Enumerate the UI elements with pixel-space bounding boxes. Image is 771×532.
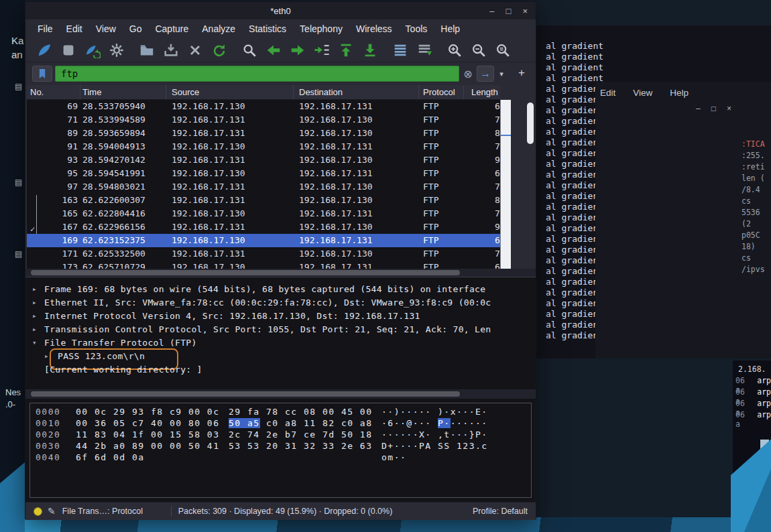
- packet-row-167[interactable]: 16762.622966156192.168.17.131192.168.17.…: [27, 220, 500, 234]
- collapsed-expander-icon[interactable]: ▸: [44, 350, 49, 363]
- column-header-protocol[interactable]: Protocol: [419, 85, 464, 99]
- terminal-line: al gradient: [534, 41, 771, 52]
- cell-src: 192.168.17.130: [166, 100, 294, 113]
- scrollbar-handle[interactable]: [31, 270, 460, 275]
- menu-wireless[interactable]: Wireless: [349, 23, 399, 34]
- menu-go[interactable]: Go: [123, 23, 149, 34]
- back-minimize-button[interactable]: –: [696, 104, 701, 113]
- filter-bookmark-button[interactable]: [32, 66, 52, 82]
- cell-no: 169: [27, 234, 80, 247]
- detail-ip[interactable]: ▸Internet Protocol Version 4, Src: 192.1…: [25, 310, 536, 323]
- menu-view[interactable]: View: [89, 23, 123, 34]
- expert-info-icon[interactable]: [34, 507, 42, 516]
- back-menu-help[interactable]: Help: [670, 88, 689, 98]
- profile-status[interactable]: Profile: Default: [473, 507, 528, 516]
- menu-telephony[interactable]: Telephony: [293, 23, 349, 34]
- menu-tools[interactable]: Tools: [399, 23, 434, 34]
- expanded-expander-icon[interactable]: ▾: [32, 336, 37, 350]
- reload-icon[interactable]: [210, 41, 229, 60]
- filter-apply-button[interactable]: →: [477, 66, 494, 82]
- filter-clear-icon[interactable]: ⊗: [462, 68, 474, 80]
- maximize-button[interactable]: □: [506, 6, 512, 16]
- capture-start-icon[interactable]: [35, 41, 54, 60]
- go-to-packet-icon[interactable]: [312, 41, 331, 60]
- zoom-in-icon[interactable]: [445, 41, 464, 60]
- detail-ftp[interactable]: ▾File Transfer Protocol (FTP): [25, 336, 536, 350]
- back-menu-edit[interactable]: Edit: [600, 88, 615, 98]
- minimize-button[interactable]: –: [489, 6, 494, 16]
- filter-dropdown-icon[interactable]: ▾: [497, 70, 506, 78]
- column-header-length[interactable]: Length: [464, 85, 500, 99]
- packet-row-89[interactable]: 8928.593659894192.168.17.131192.168.17.1…: [27, 127, 500, 140]
- filter-add-button[interactable]: +: [514, 66, 529, 82]
- detail-ethernet[interactable]: ▸Ethernet II, Src: VMware_fa:78:cc (00:0…: [25, 296, 536, 310]
- packet-row-169[interactable]: 16962.623152375192.168.17.130192.168.17.…: [27, 234, 500, 247]
- title-bar[interactable]: *eth0 – □ ×: [25, 2, 536, 19]
- desktop-icon-glyph: ▤: [15, 178, 22, 187]
- collapsed-expander-icon[interactable]: ▸: [32, 310, 37, 323]
- packet-row-163[interactable]: 16362.622600307192.168.17.131192.168.17.…: [27, 194, 500, 207]
- column-header-source[interactable]: Source: [166, 85, 294, 99]
- save-file-icon[interactable]: [162, 41, 180, 60]
- packet-row-69[interactable]: 6928.533705940192.168.17.130192.168.17.1…: [27, 100, 500, 113]
- menu-capture[interactable]: Capture: [148, 23, 195, 34]
- collapsed-expander-icon[interactable]: ▸: [32, 323, 37, 336]
- background-window[interactable]: EditViewHelp –□× :TICA:255.:retilen (/8.…: [595, 82, 771, 358]
- column-header-time[interactable]: Time: [80, 85, 166, 99]
- capture-comment-icon[interactable]: ✎: [48, 506, 56, 517]
- column-header-no[interactable]: No.: [27, 85, 80, 99]
- details-hscrollbar[interactable]: [25, 389, 536, 399]
- packet-row-71[interactable]: 7128.533994589192.168.17.131192.168.17.1…: [27, 113, 500, 127]
- find-packet-icon[interactable]: [240, 41, 259, 60]
- close-button[interactable]: ×: [522, 6, 528, 16]
- detail-text: File Transfer Protocol (FTP): [44, 338, 197, 348]
- hex-row[interactable]: 003044 2b a0 89 00 00 50 4153 53 20 31 3…: [36, 440, 531, 452]
- menu-statistics[interactable]: Statistics: [242, 23, 293, 34]
- packet-row-91[interactable]: 9128.594004913192.168.17.130192.168.17.1…: [27, 140, 500, 153]
- packet-list-hscrollbar[interactable]: [25, 269, 536, 277]
- close-file-icon[interactable]: [186, 41, 204, 60]
- capture-stop-icon[interactable]: [59, 41, 78, 60]
- collapsed-expander-icon[interactable]: ▸: [32, 296, 37, 310]
- go-back-icon[interactable]: [264, 41, 283, 60]
- detail-ftp-cwd[interactable]: [Current working directory: ]: [25, 363, 536, 377]
- filter-input[interactable]: [55, 66, 459, 82]
- zoom-out-icon[interactable]: [469, 41, 488, 60]
- packet-row-165[interactable]: 16562.622804416192.168.17.130192.168.17.…: [27, 207, 500, 220]
- scrollbar-handle[interactable]: [31, 391, 460, 397]
- auto-scroll-icon[interactable]: [415, 41, 434, 60]
- menu-edit[interactable]: Edit: [60, 23, 89, 34]
- packet-row-171[interactable]: 17162.625332500192.168.17.131192.168.17.…: [27, 247, 500, 261]
- packet-row-97[interactable]: 9728.594803021192.168.17.131192.168.17.1…: [27, 180, 500, 194]
- menu-file[interactable]: File: [31, 23, 60, 34]
- detail-ftp-pass[interactable]: ▸PASS 123.com\r\n: [25, 350, 536, 363]
- intelligent-scrollbar[interactable]: [500, 100, 511, 269]
- packet-row-95[interactable]: 9528.594541991192.168.17.130192.168.17.1…: [27, 167, 500, 180]
- menu-analyze[interactable]: Analyze: [195, 23, 242, 34]
- collapsed-expander-icon[interactable]: ▸: [32, 283, 37, 296]
- cell-proto: FTP: [419, 247, 464, 261]
- back-maximize-button[interactable]: □: [711, 104, 716, 113]
- detail-frame[interactable]: ▸Frame 169: 68 bytes on wire (544 bits),…: [25, 283, 536, 296]
- open-file-icon[interactable]: [137, 41, 156, 60]
- menu-help[interactable]: Help: [434, 23, 467, 34]
- packet-row-173[interactable]: 17362.625710729192.168.17.130192.168.17.…: [27, 261, 500, 269]
- go-forward-icon[interactable]: [288, 41, 307, 60]
- hex-row[interactable]: 002011 83 04 1f 00 15 58 032c 74 2e b7 c…: [36, 429, 531, 440]
- hex-row[interactable]: 001000 36 05 c7 40 00 80 0650 a5 c0 a8 1…: [36, 417, 531, 429]
- hex-row[interactable]: 00406f 6d 0d 0aom··: [36, 452, 531, 463]
- go-top-icon[interactable]: [337, 41, 355, 60]
- back-close-button[interactable]: ×: [727, 104, 731, 113]
- column-header-destination[interactable]: Destination: [294, 85, 419, 99]
- desktop-fragment: .0-: [5, 399, 15, 409]
- detail-tcp[interactable]: ▸Transmission Control Protocol, Src Port…: [25, 323, 536, 336]
- capture-options-icon[interactable]: [107, 41, 126, 60]
- packet-row-93[interactable]: 9328.594270142192.168.17.131192.168.17.1…: [27, 153, 500, 167]
- capture-restart-icon[interactable]: [83, 41, 102, 60]
- hex-row[interactable]: 000000 0c 29 93 f8 c9 00 0c29 fa 78 cc 0…: [36, 406, 531, 417]
- colorize-icon[interactable]: [391, 41, 410, 60]
- vertical-scrollbar-handle[interactable]: [527, 103, 534, 144]
- zoom-reset-icon[interactable]: [493, 41, 512, 60]
- back-menu-view[interactable]: View: [633, 88, 652, 98]
- go-bottom-icon[interactable]: [361, 41, 379, 60]
